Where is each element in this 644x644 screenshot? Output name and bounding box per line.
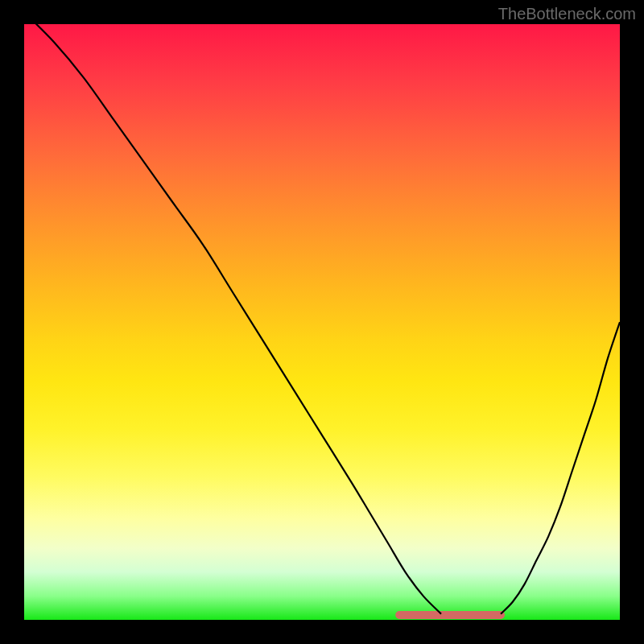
left-curve-line (24, 24, 441, 614)
watermark-text: TheBottleneck.com (498, 5, 636, 23)
chart-svg (24, 24, 620, 620)
right-curve-line (501, 322, 620, 614)
plot-area (24, 24, 620, 620)
